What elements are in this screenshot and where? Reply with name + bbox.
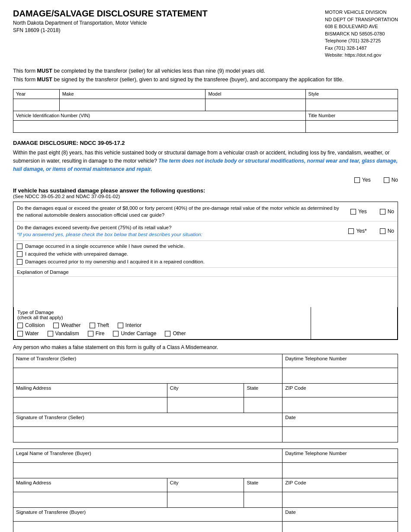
transferor-address-label: Mailing Address [13,384,167,397]
theft-label[interactable]: Theft [90,322,109,328]
if-damage-heading: If vehicle has sustained damage please a… [13,187,398,194]
transferor-state-label: State [244,384,283,397]
collision-checkbox[interactable] [17,323,23,328]
sub-checkbox-3-row: Damages occurred prior to my ownership a… [17,259,394,265]
theft-text: Theft [97,322,109,328]
form-subtitle: North Dakota Department of Transportatio… [13,20,208,26]
style-label: Style [305,89,398,99]
under-carriage-label[interactable]: Under Carriage [113,330,156,337]
false-statement: Any person who makes a false statement o… [13,344,398,350]
sub-checkbox-1-text: Damage occurred in a single occurrence w… [25,244,185,249]
transferee-table: Legal Name of Transferee (Buyer) Daytime… [13,449,398,532]
transferee-sig-field[interactable] [13,522,283,532]
transferee-phone-field[interactable] [283,463,398,478]
damage-sub-checkboxes: Damage occurred in a single occurrence w… [13,241,398,268]
fire-label[interactable]: Fire [88,330,105,337]
q2-yes-checkbox[interactable] [348,228,354,234]
transferee-city-field[interactable] [167,492,244,508]
q1-no-checkbox[interactable] [380,209,385,215]
interior-checkbox[interactable] [118,323,123,328]
transferor-sig-field[interactable] [13,427,283,442]
year-label: Year [13,89,60,99]
q2-no-text: No [388,228,394,234]
sub-checkbox-1[interactable] [17,244,22,249]
title-number-field[interactable] [305,120,398,132]
q2-yes-label[interactable]: Yes* [348,228,366,234]
transferee-date-field[interactable] [283,522,398,532]
transferee-zip-field[interactable] [283,492,398,508]
transferee-address-label: Mailing Address [13,478,167,492]
damage-yes-checkbox[interactable] [354,177,360,183]
interior-label[interactable]: Interior [118,322,141,328]
form-title: DAMAGE/SALVAGE DISCLOSURE STATEMENT [13,9,208,19]
damage-type-row-1: Collision Weather Theft Interior [17,322,307,328]
damage-yes-label[interactable]: Yes [354,177,371,183]
explanation-area[interactable] [13,277,398,307]
transferor-address-field[interactable] [13,397,167,413]
weather-label[interactable]: Weather [53,322,80,328]
sub-checkbox-2[interactable] [17,251,22,257]
agency-line2: ND DEPT OF TRANSPORTATION [325,16,398,23]
transferee-zip-label: ZIP Code [283,478,398,492]
transferee-name-field[interactable] [13,463,283,478]
transferor-state-field[interactable] [244,397,283,413]
transferor-zip-field[interactable] [283,397,398,413]
form-number: SFN 18609 (1-2018) [13,27,208,33]
other-checkbox[interactable] [165,331,170,337]
weather-checkbox[interactable] [53,323,59,328]
fire-checkbox[interactable] [88,331,93,337]
year-field[interactable] [13,99,60,111]
transferee-date-label: Date [283,508,398,522]
interior-text: Interior [125,322,141,328]
model-label: Model [206,89,305,99]
other-label[interactable]: Other [165,330,186,337]
damage-disclosure-text: Within the past eight (8) years, has thi… [13,149,398,174]
damage-q1-text: Do the damages equal or exceed the great… [17,205,342,218]
agency-line6: Fax (701) 328-1487 [325,45,398,52]
intro-line2-post: be signed by the transferor (seller), gi… [52,77,344,83]
damage-no-label[interactable]: No [384,177,398,183]
damage-yes-no-row: Yes No [13,177,398,183]
q2-no-checkbox[interactable] [380,228,385,234]
model-field[interactable] [206,99,305,111]
water-text: Water [25,330,39,337]
vandalism-label[interactable]: Vandalism [48,330,79,337]
vin-label: Vehicle Identification Number (VIN) [13,111,306,120]
water-checkbox[interactable] [17,331,23,337]
q2-yes-text: Yes* [356,228,366,234]
q1-no-label[interactable]: No [380,208,394,215]
transferee-state-field[interactable] [244,492,283,508]
damage-disclosure-section: DAMAGE DISCLOSURE: NDCC 39-05-17.2 Withi… [13,140,398,183]
damage-q2-row: Do the damages exceed seventy-five perce… [13,221,398,241]
damage-q2-yes-no: Yes* No [348,228,394,234]
transferee-address-field[interactable] [13,492,167,508]
agency-line3: 608 E BOULEVARD AVE [325,23,398,30]
water-label[interactable]: Water [17,330,39,337]
q2-italic-text: *If you answered yes, please check the b… [17,232,202,237]
style-field[interactable] [305,99,398,111]
if-damage-section: If vehicle has sustained damage please a… [13,187,398,340]
vandalism-checkbox[interactable] [48,331,53,337]
damage-no-checkbox[interactable] [384,177,389,183]
transferor-date-field[interactable] [283,427,398,442]
make-field[interactable] [59,99,206,111]
transferor-city-field[interactable] [167,397,244,413]
q1-yes-checkbox[interactable] [350,209,356,215]
transferor-name-field[interactable] [13,368,283,384]
damage-q1-row: Do the damages equal or exceed the great… [13,202,398,221]
under-carriage-checkbox[interactable] [113,331,119,337]
q2-no-label[interactable]: No [380,228,394,234]
q2-main-text: Do the damages exceed seventy-five perce… [17,225,171,230]
if-damage-subheading: (See NDCC 39-05-20.2 and NDAC 37-09-01-0… [13,194,398,199]
damage-q1-yes-no: Yes No [350,208,394,215]
vin-field[interactable] [13,120,306,132]
theft-checkbox[interactable] [90,323,95,328]
damage-yes-text: Yes [362,177,371,183]
agency-line7: Website: https://dot.nd.gov [325,51,398,59]
intro-line2-pre: This form [13,77,37,83]
transferor-phone-field[interactable] [283,368,398,384]
header-section: DAMAGE/SALVAGE DISCLOSURE STATEMENT Nort… [13,9,398,59]
q1-yes-label[interactable]: Yes [350,208,367,215]
collision-label[interactable]: Collision [17,322,45,328]
sub-checkbox-3[interactable] [17,259,22,265]
